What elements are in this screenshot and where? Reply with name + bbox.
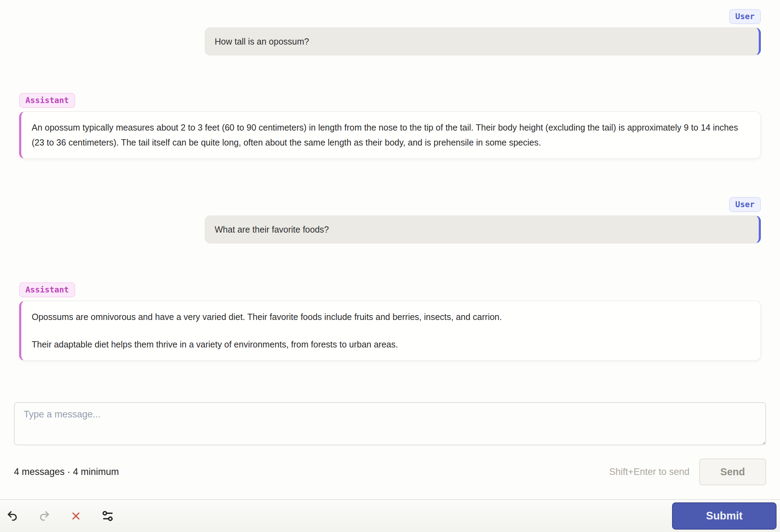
role-badge-assistant: Assistant <box>19 93 75 108</box>
clear-button[interactable] <box>68 508 84 524</box>
user-message-bubble: What are their favorite foods? <box>205 216 761 243</box>
message-group-assistant-2: Assistant Opossums are omnivorous and ha… <box>19 282 761 361</box>
message-group-user-1: User How tall is an opossum? <box>19 9 761 55</box>
message-group-user-2: User What are their favorite foods? <box>19 197 761 243</box>
composer: 4 messages · 4 minimum Shift+Enter to se… <box>0 402 780 485</box>
message-group-assistant-1: Assistant An opossum typically measures … <box>19 93 761 159</box>
user-message-text: What are their favorite foods? <box>215 225 329 234</box>
redo-icon <box>38 510 50 522</box>
composer-footer: 4 messages · 4 minimum Shift+Enter to se… <box>14 459 766 485</box>
settings-button[interactable] <box>100 508 115 524</box>
send-hint: Shift+Enter to send <box>609 467 689 477</box>
conversation: User How tall is an opossum? Assistant A… <box>0 0 780 361</box>
submit-button[interactable]: Submit <box>672 502 777 530</box>
send-button[interactable]: Send <box>699 459 766 485</box>
assistant-message-bubble: Opossums are omnivorous and have a very … <box>19 301 761 361</box>
user-message-text: How tall is an opossum? <box>215 37 309 46</box>
assistant-message-text: Their adaptable diet helps them thrive i… <box>32 337 750 352</box>
role-badge-assistant: Assistant <box>19 282 75 297</box>
assistant-message-bubble: An opossum typically measures about 2 to… <box>19 111 761 159</box>
x-icon <box>70 510 82 522</box>
assistant-message-text: Opossums are omnivorous and have a very … <box>32 310 750 324</box>
role-badge-user: User <box>729 9 761 24</box>
role-badge-user: User <box>729 197 761 212</box>
undo-icon <box>6 510 19 522</box>
user-message-bubble: How tall is an opossum? <box>205 28 761 55</box>
message-count-status: 4 messages · 4 minimum <box>14 467 119 477</box>
chat-app: User How tall is an opossum? Assistant A… <box>0 0 780 532</box>
assistant-message-text: An opossum typically measures about 2 to… <box>32 120 750 150</box>
redo-button[interactable] <box>37 508 52 524</box>
message-input[interactable] <box>14 402 766 445</box>
sliders-icon <box>101 509 114 523</box>
undo-button[interactable] <box>5 508 20 524</box>
bottom-toolbar: Submit <box>0 499 780 532</box>
